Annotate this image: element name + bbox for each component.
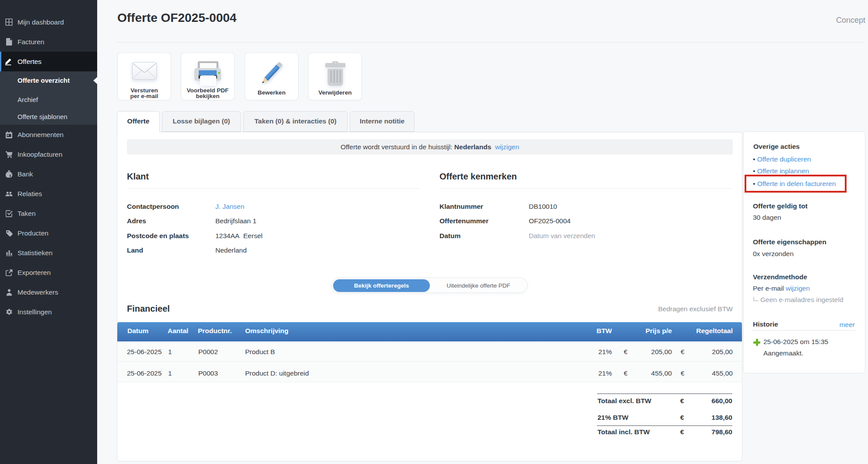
svg-text:$: $ xyxy=(9,174,11,178)
